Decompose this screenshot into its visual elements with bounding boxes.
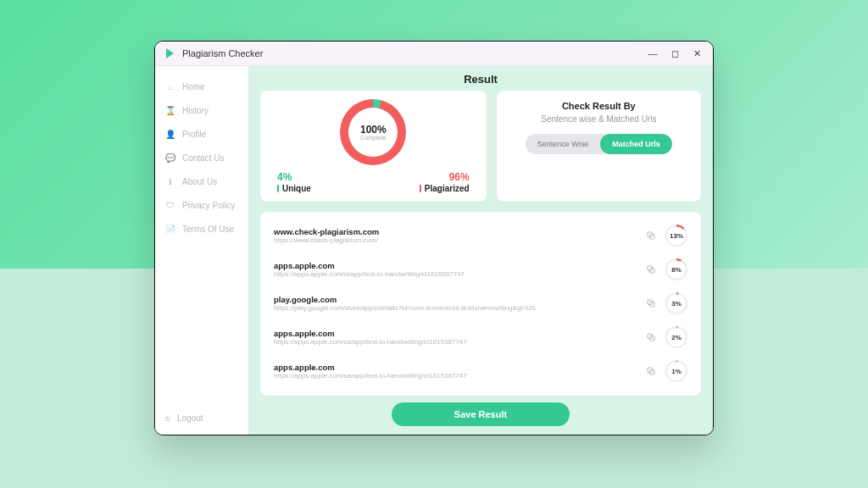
main-panel: Result 100% Complete 4% Unique [248,66,713,435]
minimize-button[interactable]: — [645,46,660,61]
progress-complete-label: Complete [360,135,386,141]
result-row: apps.apple.comhttps://apps.apple.com/sa/… [272,354,689,388]
profile-icon: 👤 [165,129,175,139]
copy-icon[interactable] [645,331,657,343]
sidebar-item-home[interactable]: ⌂Home [155,76,248,97]
result-host: apps.apple.com [274,363,637,372]
plagiarized-label: Plagiarized [420,184,470,194]
sidebar-item-label: History [182,106,209,115]
result-url: https://www.check-plagiarism.com/ [274,236,637,245]
sidebar-item-label: Profile [182,130,206,139]
sidebar-item-label: About Us [182,177,217,186]
result-host: apps.apple.com [274,261,637,270]
unique-percent: 4% [277,172,311,184]
matched-urls-list: www.check-plagiarism.comhttps://www.chec… [260,212,701,396]
result-row: apps.apple.comhttps://apps.apple.com/us/… [272,320,689,354]
sidebar-logout[interactable]: ⎋ Logout [155,408,248,428]
result-url: https://play.google.com/store/apps/detai… [274,304,637,313]
copy-icon[interactable] [645,230,657,241]
segment-matched-urls[interactable]: Matched Urls [600,134,672,154]
page-title: Result [260,73,701,86]
app-title: Plagiarism Checker [182,48,263,58]
result-row: play.google.comhttps://play.google.com/s… [272,286,689,320]
mode-segmented: Sentence Wise Matched Urls [526,134,672,154]
copy-icon[interactable] [645,263,657,275]
svg-marker-0 [166,48,174,58]
home-icon: ⌂ [165,81,175,92]
sidebar-item-terms-of-use[interactable]: 📄Terms Of Use [155,219,248,239]
progress-percent: 100% [360,124,387,136]
match-percent: 1% [665,360,687,382]
mode-title: Check Result By [562,101,636,111]
save-result-button[interactable]: Save Result [392,402,570,426]
titlebar: Plagiarism Checker — ◻ ✕ [155,42,713,66]
result-host: apps.apple.com [274,329,637,338]
sidebar-item-label: Home [182,82,205,92]
sidebar-item-privacy-policy[interactable]: 🛡Privacy Policy [155,195,248,215]
sidebar-item-profile[interactable]: 👤Profile [155,124,248,144]
sidebar-item-label: Privacy Policy [182,201,235,210]
app-logo-icon [164,47,175,59]
match-percent-ring: 3% [665,292,687,314]
match-percent-ring: 1% [665,360,687,382]
chat-icon: 💬 [165,152,175,163]
match-percent-ring: 8% [665,258,687,280]
match-percent-ring: 2% [665,326,687,348]
result-host: play.google.com [274,295,637,304]
result-row: www.check-plagiarism.comhttps://www.chec… [272,219,689,252]
sidebar-item-label: Contact Us [182,153,224,163]
mode-card: Check Result By Sentence wise & Matched … [497,91,701,202]
sidebar-item-label: Terms Of Use [182,225,234,234]
close-button[interactable]: ✕ [689,46,704,61]
progress-donut: 100% Complete [340,99,406,165]
result-row: apps.apple.comhttps://apps.apple.com/cl/… [272,252,689,286]
app-window: Plagiarism Checker — ◻ ✕ ⌂Home⌛History👤P… [154,41,714,435]
plagiarized-percent: 96% [420,172,470,184]
progress-card: 100% Complete 4% Unique 96% Plagiarized [260,91,487,202]
sidebar-item-history[interactable]: ⌛History [155,100,248,120]
sidebar-item-contact-us[interactable]: 💬Contact Us [155,147,248,168]
result-url: https://apps.apple.com/us/app/text-to-ha… [274,338,637,347]
match-percent: 8% [665,258,687,280]
unique-label: Unique [277,184,311,194]
info-icon: ℹ [165,176,175,186]
copy-icon[interactable] [645,365,657,377]
shield-icon: 🛡 [165,200,175,210]
match-percent: 3% [665,292,687,314]
sidebar-item-about-us[interactable]: ℹAbout Us [155,171,248,191]
copy-icon[interactable] [645,297,657,309]
maximize-button[interactable]: ◻ [667,46,682,61]
match-percent: 13% [665,225,687,247]
match-percent: 2% [665,326,687,348]
result-url: https://apps.apple.com/sa/app/text-to-ha… [274,372,637,380]
history-icon: ⌛ [165,105,175,115]
sidebar-logout-label: Logout [177,413,203,423]
sidebar: ⌂Home⌛History👤Profile💬Contact UsℹAbout U… [155,66,248,435]
segment-sentence-wise[interactable]: Sentence Wise [526,134,601,154]
logout-icon: ⎋ [165,413,170,423]
result-host: www.check-plagiarism.com [274,227,637,236]
doc-icon: 📄 [165,224,175,234]
match-percent-ring: 13% [665,225,687,247]
mode-subtitle: Sentence wise & Matched Urls [541,114,656,124]
result-url: https://apps.apple.com/cl/app/text-to-ha… [274,270,637,279]
